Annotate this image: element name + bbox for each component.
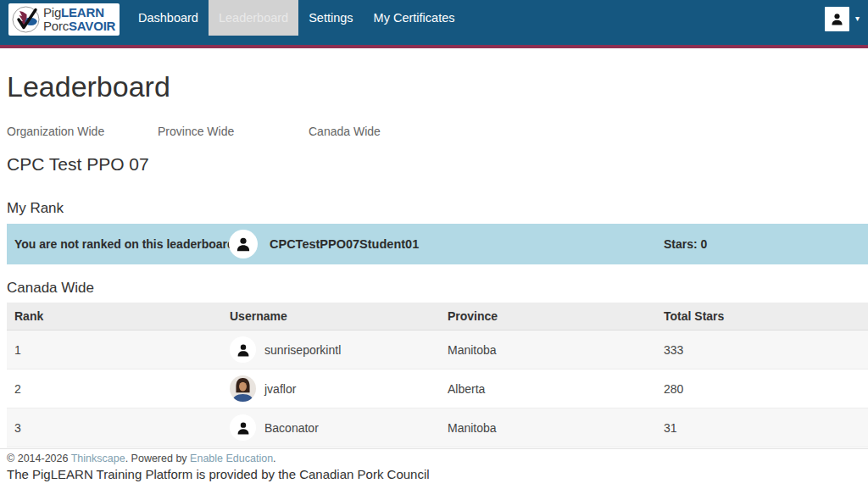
page-content: Leaderboard Organization Wide Province W…: [0, 69, 868, 447]
tab-province-wide[interactable]: Province Wide: [158, 125, 309, 138]
username-value: Baconator: [264, 421, 319, 435]
rank-value: 1: [7, 343, 222, 357]
enable-education-link[interactable]: Enable Education: [190, 453, 273, 464]
leaderboard-table: Rank Username Province Total Stars 1 sun…: [7, 303, 868, 447]
leaderboard-scope-heading: Canada Wide: [7, 280, 868, 297]
avatar-photo: [230, 375, 256, 402]
username-cell: sunriseporkintl: [222, 336, 440, 363]
logo-porc: Porc: [43, 19, 69, 33]
table-row: 3 Baconator Manitoba 31: [7, 408, 868, 447]
piglearn-logo[interactable]: PigLEARN PorcSAVOIR: [8, 3, 120, 36]
platform-tagline: The PigLEARN Training Platform is provid…: [7, 467, 868, 481]
piglearn-emblem-icon: [12, 6, 41, 33]
stars-value: 31: [656, 421, 868, 435]
province-value: Manitoba: [440, 343, 656, 357]
rank-value: 3: [7, 421, 222, 435]
period-text: .: [273, 453, 275, 464]
top-navbar: PigLEARN PorcSAVOIR Dashboard Leaderboar…: [0, 0, 868, 48]
person-icon: [236, 420, 251, 436]
copyright-text: © 2014-2026: [7, 453, 71, 464]
page-footer: © 2014-2026 Thinkscape. Powered by Enabl…: [0, 448, 868, 481]
province-value: Manitoba: [440, 421, 656, 435]
stars-value: 333: [656, 343, 868, 357]
powered-by-text: . Powered by: [125, 453, 190, 464]
logo-pig: Pig: [43, 5, 61, 19]
column-header-username: Username: [222, 309, 440, 323]
organization-title: CPC Test PPO 07: [7, 154, 868, 175]
nav-item-settings[interactable]: Settings: [298, 0, 363, 36]
column-header-total-stars: Total Stars: [656, 309, 868, 323]
logo-wordmark: PigLEARN PorcSAVOIR: [43, 6, 115, 33]
scope-tabs: Organization Wide Province Wide Canada W…: [7, 125, 868, 138]
rank-value: 2: [7, 382, 222, 396]
avatar: [230, 414, 256, 441]
logo-savoir: SAVOIR: [69, 19, 115, 33]
nav-item-my-certificates[interactable]: My Certificates: [364, 0, 465, 36]
copyright-line: © 2014-2026 Thinkscape. Powered by Enabl…: [7, 453, 868, 464]
table-row: 2 jvaflor Alberta 280: [7, 370, 868, 408]
person-icon: [235, 236, 252, 253]
my-stars: Stars: 0: [664, 237, 707, 251]
my-username: CPCTestPPO07Student01: [270, 237, 419, 251]
username-value: jvaflor: [264, 382, 296, 396]
tab-organization-wide[interactable]: Organization Wide: [7, 125, 158, 138]
table-row: 1 sunriseporkintl Manitoba 333: [7, 331, 868, 370]
user-menu: ▾: [825, 7, 860, 31]
my-rank-banner: You are not ranked on this leaderboard. …: [7, 224, 868, 264]
table-header-row: Rank Username Province Total Stars: [7, 303, 868, 331]
column-header-province: Province: [440, 309, 656, 323]
username-cell: jvaflor: [222, 375, 440, 402]
person-icon: [236, 342, 251, 358]
nav-item-leaderboard[interactable]: Leaderboard: [209, 0, 298, 36]
nav-item-dashboard[interactable]: Dashboard: [128, 0, 209, 36]
profile-photo: [230, 375, 256, 402]
user-avatar-button[interactable]: [825, 7, 849, 31]
province-value: Alberta: [440, 382, 656, 396]
page-title: Leaderboard: [7, 69, 868, 103]
not-ranked-message: You are not ranked on this leaderboard.: [14, 237, 237, 251]
logo-learn: LEARN: [61, 5, 104, 19]
my-avatar: [229, 230, 258, 258]
my-rank-heading: My Rank: [7, 200, 868, 217]
username-value: sunriseporkintl: [264, 343, 341, 357]
chevron-down-icon[interactable]: ▾: [855, 14, 860, 23]
tab-canada-wide[interactable]: Canada Wide: [309, 125, 459, 138]
thinkscape-link[interactable]: Thinkscape: [71, 453, 125, 464]
column-header-rank: Rank: [7, 309, 222, 323]
main-nav: Dashboard Leaderboard Settings My Certif…: [128, 0, 465, 36]
stars-value: 280: [656, 382, 868, 396]
person-icon: [830, 11, 844, 27]
avatar: [230, 336, 256, 363]
username-cell: Baconator: [222, 414, 440, 441]
